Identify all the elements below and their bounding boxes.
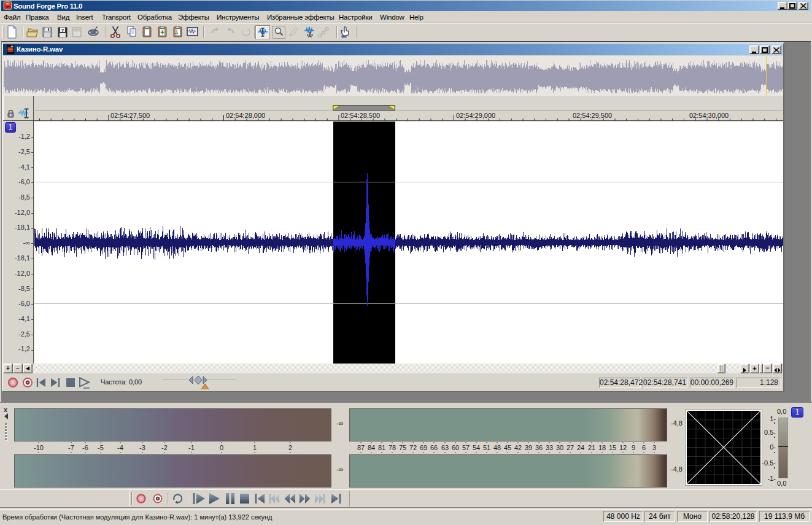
svg-text:?: ? — [61, 28, 64, 33]
